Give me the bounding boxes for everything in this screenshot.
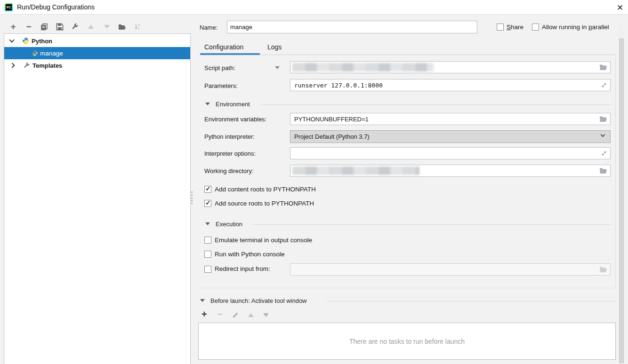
section-divider	[260, 104, 611, 105]
redirect-input-field	[290, 263, 611, 276]
sort-alpha-icon[interactable]: az	[132, 22, 143, 32]
tab-configuration[interactable]: Configuration	[204, 43, 243, 51]
env-vars-value: PYTHONUNBUFFERED=1	[294, 116, 369, 123]
folder-icon[interactable]	[599, 64, 607, 71]
parameters-label: Parameters:	[204, 82, 238, 89]
environment-collapse-icon[interactable]	[205, 103, 210, 105]
redacted-text	[292, 63, 434, 71]
interpreter-options-label: Interpreter options:	[204, 150, 256, 157]
add-source-roots-checkbox[interactable]: ✓	[204, 200, 211, 207]
section-divider	[253, 224, 611, 225]
env-vars-field[interactable]: PYTHONUNBUFFERED=1	[290, 113, 611, 125]
run-python-console-label: Run with Python console	[215, 251, 285, 258]
tree-item-python[interactable]: Python	[4, 35, 190, 47]
name-input[interactable]	[227, 21, 477, 33]
pencil-icon[interactable]	[232, 311, 239, 318]
tree-item-manage[interactable]: manage	[4, 47, 190, 59]
run-python-console-checkbox[interactable]: ✓	[204, 251, 211, 258]
interpreter-combobox[interactable]: Project Default (Python 3.7)	[290, 130, 611, 143]
redacted-text	[292, 166, 419, 175]
expand-icon[interactable]	[601, 82, 607, 88]
folder-icon[interactable]	[599, 116, 607, 122]
move-up-icon[interactable]	[86, 22, 96, 32]
task-down-icon[interactable]	[263, 313, 269, 317]
redirect-input-checkbox[interactable]: ✓	[204, 266, 211, 273]
configurations-tree: Python manage Templates	[4, 33, 191, 364]
new-folder-icon[interactable]	[117, 22, 127, 32]
tree-item-label: manage	[40, 50, 63, 57]
working-dir-label: Working directory:	[204, 167, 254, 174]
emulate-terminal-checkbox[interactable]: ✓	[204, 237, 211, 244]
python-icon	[22, 37, 30, 45]
allow-parallel-label: Allow running in parallel	[542, 24, 609, 31]
before-launch-title: Before launch: Activate tool window	[210, 297, 307, 304]
chevron-down-icon	[601, 133, 605, 137]
share-checkbox[interactable]: ✓	[497, 24, 504, 31]
redirect-input-label: Redirect input from:	[215, 265, 270, 272]
window-title: Run/Debug Configurations	[17, 3, 95, 11]
tree-item-templates[interactable]: Templates	[4, 59, 190, 71]
copy-icon[interactable]	[39, 22, 49, 32]
vertical-scrollbar[interactable]	[619, 23, 625, 364]
env-vars-label: Environment variables:	[204, 116, 266, 123]
add-content-roots-checkbox[interactable]: ✓	[204, 186, 211, 193]
python-icon	[32, 50, 38, 56]
section-divider	[327, 301, 616, 301]
add-icon[interactable]: +	[8, 22, 18, 32]
wrench-icon	[23, 62, 30, 69]
execution-section-title: Execution	[216, 221, 242, 228]
splitter-handle[interactable]	[191, 190, 193, 206]
before-launch-task-list[interactable]: There are no tasks to run before launch	[198, 323, 616, 360]
script-path-label: Script path:	[204, 64, 235, 71]
folder-icon	[599, 266, 607, 273]
allow-parallel-checkbox[interactable]: ✓	[532, 24, 539, 31]
active-tab-underline	[200, 53, 260, 55]
wrench-icon[interactable]	[70, 22, 80, 32]
name-label: Name:	[200, 24, 217, 31]
chevron-right-icon[interactable]	[9, 63, 15, 68]
tab-strip-line	[260, 55, 616, 55]
close-icon[interactable]: ✕	[614, 2, 626, 13]
chevron-down-icon[interactable]	[9, 37, 14, 42]
tree-item-label: Python	[32, 38, 52, 45]
interpreter-options-field[interactable]	[290, 147, 611, 159]
before-launch-collapse-icon[interactable]	[200, 299, 205, 302]
environment-section-title: Environment	[216, 101, 250, 108]
tree-item-label: Templates	[32, 62, 62, 69]
scrollbar-thumb[interactable]	[619, 39, 624, 363]
tab-logs[interactable]: Logs	[267, 43, 282, 51]
interpreter-value: Project Default (Python 3.7)	[294, 133, 370, 140]
svg-text:a: a	[138, 23, 140, 26]
add-task-icon[interactable]: +	[201, 310, 207, 319]
remove-task-icon[interactable]: −	[217, 310, 223, 319]
working-dir-field[interactable]	[290, 165, 611, 177]
empty-task-message: There are no tasks to run before launch	[349, 338, 465, 345]
interpreter-label: Python interpreter:	[204, 133, 255, 140]
move-down-icon[interactable]	[102, 22, 112, 32]
pycharm-logo-icon: PC	[5, 3, 13, 11]
emulate-terminal-label: Emulate terminal in output console	[215, 237, 312, 244]
expand-icon[interactable]	[601, 150, 607, 157]
svg-text:z: z	[138, 27, 140, 30]
add-source-roots-label: Add source roots to PYTHONPATH	[215, 200, 314, 207]
execution-collapse-icon[interactable]	[205, 222, 210, 225]
script-path-field[interactable]	[290, 61, 611, 73]
parameters-field[interactable]: runserver 127.0.0.1:8000	[290, 79, 611, 91]
folder-icon[interactable]	[599, 167, 607, 174]
add-content-roots-label: Add content roots to PYTHONPATH	[215, 186, 316, 193]
share-label: Share	[507, 24, 523, 31]
parameters-value: runserver 127.0.0.1:8000	[294, 82, 383, 89]
task-up-icon[interactable]	[248, 313, 254, 317]
script-path-dropdown-icon[interactable]	[275, 66, 280, 69]
save-icon[interactable]	[55, 22, 65, 32]
remove-icon[interactable]: −	[24, 22, 34, 32]
